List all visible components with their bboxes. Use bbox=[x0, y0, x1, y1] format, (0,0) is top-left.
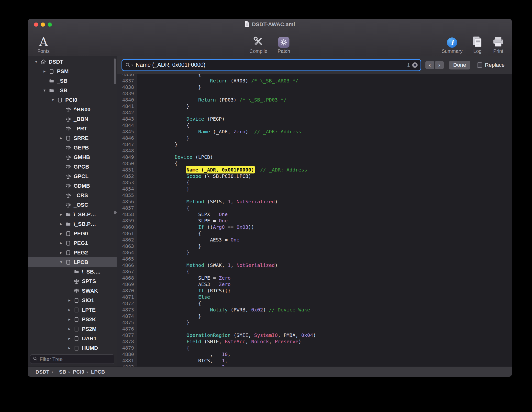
code-line[interactable]: Return (PD03) /* \_SB_.PD03 */ bbox=[139, 97, 512, 103]
code-line[interactable] bbox=[139, 148, 512, 154]
code-line[interactable]: } bbox=[139, 103, 512, 109]
disclosure-open-icon[interactable]: ▾ bbox=[49, 97, 56, 103]
code-line[interactable]: Method (SPTS, 1, NotSerialized) bbox=[139, 198, 512, 205]
breadcrumb-item[interactable]: DSDT bbox=[35, 369, 49, 375]
breadcrumb-item[interactable]: LPCB bbox=[91, 369, 105, 375]
tree-item-pci0[interactable]: ▾PCI0 bbox=[28, 95, 117, 105]
code-line[interactable]: OperationRegion (SMIE, SystemIO, PMBA, 0… bbox=[139, 332, 512, 338]
disclosure-closed-icon[interactable]: ▸ bbox=[66, 298, 73, 303]
disclosure-open-icon[interactable]: ▾ bbox=[57, 260, 65, 265]
close-button[interactable] bbox=[34, 23, 38, 27]
code-line[interactable]: { bbox=[139, 300, 512, 307]
code-line[interactable]: Name (_ADR, Zero) // _ADR: Address bbox=[139, 128, 512, 135]
disclosure-closed-icon[interactable]: ▸ bbox=[57, 212, 65, 217]
search-menu-icon[interactable] bbox=[125, 62, 133, 68]
filter-tree-field[interactable] bbox=[30, 355, 114, 364]
filter-tree-input[interactable] bbox=[40, 356, 111, 362]
code-line[interactable]: Return (AR03) /* \_SB_.AR03 */ bbox=[139, 78, 512, 84]
code-line[interactable]: { bbox=[139, 268, 512, 275]
code-line[interactable]: { bbox=[139, 122, 512, 128]
done-button[interactable]: Done bbox=[449, 61, 470, 69]
disclosure-closed-icon[interactable]: ▸ bbox=[57, 250, 65, 255]
code-line[interactable]: } bbox=[139, 141, 512, 148]
code-line[interactable]: Name (_ADR, 0x001F0000) // _ADR: Address bbox=[139, 167, 512, 173]
tree-item-gepb[interactable]: GEPB bbox=[28, 143, 117, 152]
code-line[interactable] bbox=[139, 90, 512, 97]
patch-button[interactable]: Patch bbox=[278, 30, 290, 56]
tree-item-lpcb[interactable]: ▾LPCB bbox=[28, 257, 117, 267]
zoom-button[interactable] bbox=[48, 23, 52, 27]
code-line[interactable]: SLPE = One bbox=[139, 217, 512, 224]
code-line[interactable]: } bbox=[139, 84, 512, 90]
tree-item-dsdt[interactable]: ▾DSDT bbox=[28, 57, 117, 67]
tree-item-gdmb[interactable]: GDMB bbox=[28, 181, 117, 191]
code-line[interactable]: If ((Arg0 == 0x03)) bbox=[139, 224, 512, 230]
search-input[interactable] bbox=[136, 62, 405, 68]
code-line[interactable] bbox=[139, 109, 512, 116]
code-line[interactable]: Else bbox=[139, 294, 512, 300]
code-line[interactable]: } bbox=[139, 249, 512, 256]
code-line[interactable]: } bbox=[139, 186, 512, 192]
code-line[interactable]: } bbox=[139, 243, 512, 249]
code-line[interactable]: Notify (PWRB, 0x02) // Device Wake bbox=[139, 307, 512, 313]
clear-search-icon[interactable]: ✕ bbox=[412, 62, 418, 68]
print-button[interactable]: Print bbox=[492, 30, 504, 56]
breadcrumb-item[interactable]: _SB bbox=[56, 369, 66, 375]
tree-item-gmhb[interactable]: GMHB bbox=[28, 152, 117, 162]
tree-item-crs[interactable]: _CRS bbox=[28, 191, 117, 200]
disclosure-closed-icon[interactable]: ▸ bbox=[66, 336, 73, 341]
disclosure-closed-icon[interactable]: ▸ bbox=[57, 136, 65, 141]
tree-item-gpcl[interactable]: GPCL bbox=[28, 172, 117, 181]
disclosure-closed-icon[interactable]: ▸ bbox=[57, 231, 65, 236]
tree-item-humd[interactable]: ▸HUMD bbox=[28, 343, 117, 352]
tree-item-sb[interactable]: ▾_SB bbox=[28, 86, 117, 95]
tree-item-peg2[interactable]: ▸PEG2 bbox=[28, 248, 117, 257]
disclosure-closed-icon[interactable]: ▸ bbox=[66, 307, 73, 312]
tree-item-uar1[interactable]: ▸UAR1 bbox=[28, 334, 117, 343]
disclosure-open-icon[interactable]: ▾ bbox=[41, 88, 48, 93]
tree-item-osc[interactable]: _OSC bbox=[28, 200, 117, 210]
tree-item-sb[interactable]: _SB bbox=[28, 76, 117, 86]
fonts-button[interactable]: A Fonts bbox=[37, 30, 50, 56]
code-line[interactable]: Field (SMIE, ByteAcc, NoLock, Preserve) bbox=[139, 338, 512, 345]
tree-item-sbp[interactable]: ▸\_SB.P… bbox=[28, 219, 117, 229]
breadcrumb-item[interactable]: PCI0 bbox=[73, 369, 84, 375]
tree-item-bbn[interactable]: _BBN bbox=[28, 114, 117, 124]
code-line[interactable]: Scope (\_SB.PCI0.LPCB) bbox=[139, 173, 512, 179]
code-line[interactable]: , 3, bbox=[139, 364, 512, 366]
disclosure-closed-icon[interactable]: ▸ bbox=[57, 240, 65, 246]
tree-item-bn00[interactable]: ^BN00 bbox=[28, 105, 117, 114]
disclosure-closed-icon[interactable]: ▸ bbox=[57, 221, 65, 227]
tree-item-peg1[interactable]: ▸PEG1 bbox=[28, 238, 117, 248]
summary-button[interactable]: i Summary bbox=[442, 30, 463, 56]
code-line[interactable]: { bbox=[139, 230, 512, 237]
disclosure-open-icon[interactable]: ▾ bbox=[33, 59, 40, 64]
tree-item-ps2k[interactable]: ▸PS2K bbox=[28, 315, 117, 324]
tree-item-spts[interactable]: SPTS bbox=[28, 276, 117, 286]
titlebar[interactable]: DSDT-AWAC.aml bbox=[28, 19, 512, 30]
find-next-button[interactable]: › bbox=[435, 61, 444, 69]
minimize-button[interactable] bbox=[41, 23, 45, 27]
code-line[interactable]: If (RTCS){} bbox=[139, 287, 512, 294]
tree-item-sio1[interactable]: ▸SIO1 bbox=[28, 296, 117, 305]
disclosure-closed-icon[interactable]: ▸ bbox=[66, 326, 73, 332]
code-line[interactable]: SLPX = One bbox=[139, 211, 512, 217]
replace-toggle[interactable]: Replace bbox=[477, 62, 505, 68]
tree-item-ps2m[interactable]: ▸PS2M bbox=[28, 324, 117, 334]
code-line[interactable]: SLPE = Zero bbox=[139, 275, 512, 281]
find-previous-button[interactable]: ‹ bbox=[425, 61, 434, 69]
search-field[interactable]: 1 ✕ bbox=[122, 60, 421, 70]
code-line[interactable]: { bbox=[139, 345, 512, 351]
code-line[interactable]: , 10, bbox=[139, 351, 512, 357]
replace-checkbox[interactable] bbox=[477, 62, 482, 68]
tree-item-lpte[interactable]: ▸LPTE bbox=[28, 305, 117, 315]
code-line[interactable]: { bbox=[139, 205, 512, 211]
splitter-handle[interactable] bbox=[114, 211, 117, 214]
code-line[interactable]: Device (PEGP) bbox=[139, 116, 512, 122]
tree-item-sbp[interactable]: ▸\_SB.P… bbox=[28, 210, 117, 219]
sidebar-scrollbar[interactable] bbox=[114, 58, 116, 84]
tree-item-peg0[interactable]: ▸PEG0 bbox=[28, 229, 117, 238]
code-line[interactable]: { bbox=[139, 160, 512, 167]
code-line[interactable]: AES3 = One bbox=[139, 237, 512, 243]
code-line[interactable] bbox=[139, 256, 512, 262]
